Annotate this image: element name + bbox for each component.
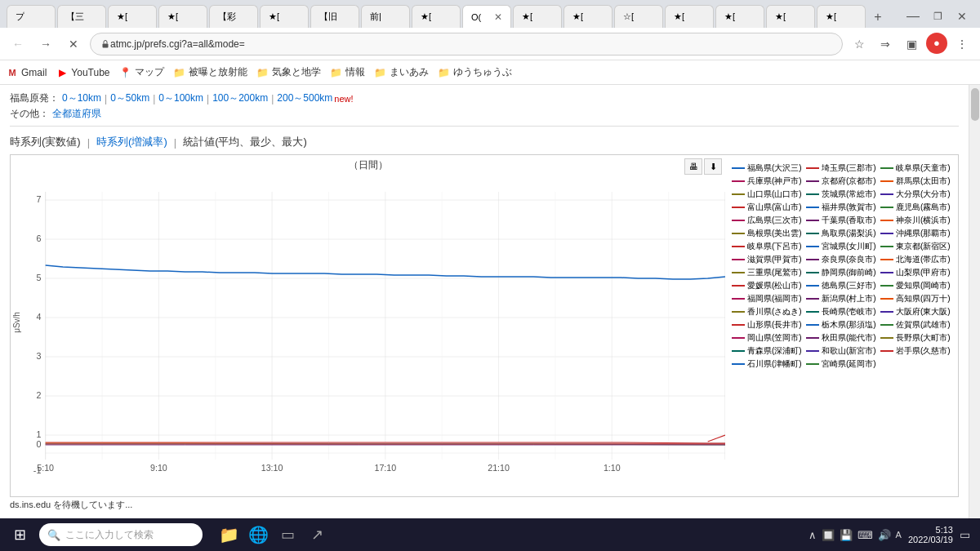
reload-button[interactable]: ✕ xyxy=(62,33,85,56)
app-4[interactable]: ↗ xyxy=(304,522,330,548)
status-text: ds.ins.edu を待機しています... xyxy=(10,500,132,509)
tab-real-values[interactable]: 時系列(実数値) xyxy=(10,135,81,149)
svg-text:17:10: 17:10 xyxy=(374,464,396,473)
tab-10-active[interactable]: O( ✕ xyxy=(462,5,511,28)
address-bar[interactable]: atmc.jp/prefs.cgi?a=all&mode= xyxy=(90,33,843,56)
maps-icon: 📍 xyxy=(120,67,131,78)
bookmark-youtube[interactable]: ▶ YouTube xyxy=(56,67,109,78)
svg-text:7: 7 xyxy=(36,195,41,204)
link-100-200km[interactable]: 100～200km xyxy=(212,91,268,105)
caret-up-icon[interactable]: ∧ xyxy=(808,529,817,541)
minimize-button[interactable]: — xyxy=(902,5,924,28)
tab-11[interactable]: ★[ xyxy=(513,5,562,28)
legend-item: 静岡県(御前崎) xyxy=(806,266,877,278)
link-0-100km[interactable]: 0～100km xyxy=(158,91,203,105)
legend-item: 宮崎県(延岡市) xyxy=(806,358,877,370)
chart-area: （日間） 🖶 ⬇ xyxy=(11,155,725,496)
scrollbar[interactable] xyxy=(969,85,980,518)
app-3[interactable]: ▭ xyxy=(274,522,301,548)
download-button[interactable]: ⬇ xyxy=(704,158,722,175)
legend-item: 福島県(大沢三) xyxy=(732,162,803,174)
scrollbar-thumb[interactable] xyxy=(971,88,979,121)
forward-button[interactable]: → xyxy=(34,33,57,56)
print-button[interactable]: 🖶 xyxy=(684,158,702,175)
bookmark-maiami[interactable]: 📁 まいあみ xyxy=(375,65,429,79)
menu-button[interactable]: ⋮ xyxy=(951,33,973,56)
tab-search-button[interactable]: ▣ xyxy=(900,33,923,56)
legend-item: 島根県(美出雲) xyxy=(732,227,803,239)
svg-text:1: 1 xyxy=(36,430,41,439)
new-tab-button[interactable]: + xyxy=(867,7,889,28)
save-to-reading-button[interactable]: ⇒ xyxy=(874,33,897,56)
legend-item: 広島県(三次市) xyxy=(732,214,803,226)
start-button[interactable]: ⊞ xyxy=(7,522,33,548)
svg-text:13:10: 13:10 xyxy=(261,464,283,473)
legend-item: 茨城県(常総市) xyxy=(806,188,877,200)
legend-item: 秋田県(能代市) xyxy=(806,331,877,344)
svg-rect-0 xyxy=(103,43,109,47)
taskbar-time[interactable]: 5:13 2022/03/19 xyxy=(908,525,953,544)
tab-4[interactable]: ★[ xyxy=(158,5,207,28)
browser-frame: プ 【三 ★[ ★[ 【彩 ★[ 【旧 前| ★[ O( ✕ ★[ xyxy=(0,0,980,551)
tab-6[interactable]: ★[ xyxy=(260,5,309,28)
svg-text:3: 3 xyxy=(36,352,41,361)
tab-5[interactable]: 【彩 xyxy=(209,5,258,28)
bookmark-weather-label: 気象と地学 xyxy=(272,65,321,79)
tab-17[interactable]: ★[ xyxy=(817,5,866,28)
tab-statistics[interactable]: 統計値(平均、最少、最大) xyxy=(183,135,307,149)
tab-12[interactable]: ★[ xyxy=(564,5,612,28)
folder-icon-4: 📁 xyxy=(375,67,386,78)
legend-item: 大阪府(東大阪) xyxy=(880,305,951,318)
tab-1[interactable]: プ xyxy=(7,5,56,28)
bookmark-weather[interactable]: 📁 気象と地学 xyxy=(257,65,321,79)
legend-item: 滋賀県(甲賀市) xyxy=(732,253,803,265)
close-button[interactable]: ✕ xyxy=(951,5,973,28)
legend-item: 大分県(大分市) xyxy=(880,188,951,200)
legend-item: 群馬県(太田市) xyxy=(880,175,951,187)
link-0-50km[interactable]: 0～50km xyxy=(110,91,149,105)
legend-item: 山口県(山口市) xyxy=(732,188,803,200)
legend-item: 埼玉県(三郡市) xyxy=(806,162,877,174)
tab-rate-of-change[interactable]: 時系列(増減率) xyxy=(96,135,167,149)
network-icon[interactable]: 🔲 xyxy=(822,529,835,541)
link-all-prefectures[interactable]: 全都道府県 xyxy=(52,107,101,121)
bookmark-youtube2[interactable]: 📁 ゆうちゅうぶ xyxy=(439,65,512,79)
keyboard-icon[interactable]: ⌨ xyxy=(858,529,873,541)
svg-text:5: 5 xyxy=(36,273,41,282)
tab-9[interactable]: ★[ xyxy=(412,5,461,28)
tab-bar: プ 【三 ★[ ★[ 【彩 ★[ 【旧 前| ★[ O( ✕ ★[ xyxy=(0,0,980,28)
tab-3[interactable]: ★[ xyxy=(108,5,157,28)
tab-2[interactable]: 【三 xyxy=(57,5,106,28)
folder-icon-2: 📁 xyxy=(257,67,269,78)
restore-button[interactable]: ❐ xyxy=(926,5,949,28)
font-icon[interactable]: A xyxy=(896,530,902,540)
tab-7[interactable]: 【旧 xyxy=(310,5,359,28)
bookmark-radiation[interactable]: 📁 被曝と放射能 xyxy=(174,65,247,79)
file-explorer-app[interactable]: 📁 xyxy=(216,522,242,548)
other-label: その他： xyxy=(10,107,49,121)
profile-button[interactable]: ● xyxy=(926,33,947,54)
back-button[interactable]: ← xyxy=(7,33,29,56)
tab-8[interactable]: 前| xyxy=(361,5,410,28)
bookmark-star-button[interactable]: ☆ xyxy=(848,33,871,56)
legend-item: 愛知県(岡崎市) xyxy=(880,279,951,291)
legend-item: 愛媛県(松山市) xyxy=(732,279,803,291)
legend-item: 福岡県(福岡市) xyxy=(732,292,803,304)
chrome-app[interactable]: 🌐 xyxy=(245,522,271,548)
drive-icon[interactable]: 💾 xyxy=(840,529,853,541)
bookmark-info[interactable]: 📁 情報 xyxy=(331,65,365,79)
bookmark-gmail[interactable]: M Gmail xyxy=(7,67,47,78)
legend-item: 兵庫県(神戸市) xyxy=(732,175,803,187)
taskbar-search[interactable]: 🔍 ここに入力して検索 xyxy=(39,523,203,546)
tab-14[interactable]: ★[ xyxy=(665,5,714,28)
volume-icon[interactable]: 🔊 xyxy=(878,529,891,541)
tab-close-icon[interactable]: ✕ xyxy=(494,11,502,23)
link-0-10km[interactable]: 0～10km xyxy=(62,91,101,105)
bookmark-maps[interactable]: 📍 マップ xyxy=(120,65,164,79)
tab-13[interactable]: ☆[ xyxy=(614,5,663,28)
link-200-500km[interactable]: 200～500km xyxy=(277,91,332,105)
tab-15[interactable]: ★[ xyxy=(715,5,764,28)
tab-16[interactable]: ★[ xyxy=(766,5,815,28)
show-desktop-button[interactable]: ▭ xyxy=(960,528,970,541)
status-bar: ds.ins.edu を待機しています... xyxy=(10,499,959,511)
